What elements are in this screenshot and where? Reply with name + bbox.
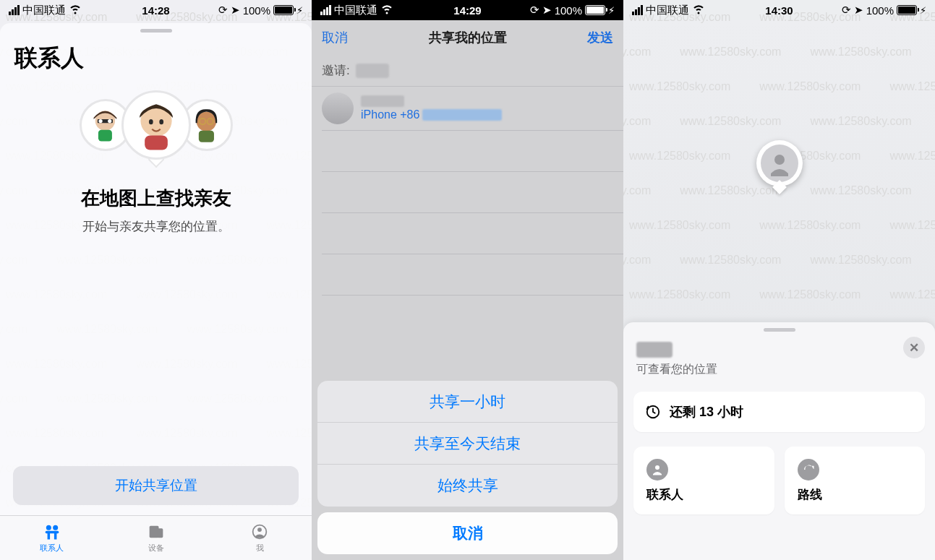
invite-row[interactable]: 邀请:: [312, 55, 623, 87]
charging-icon: ⚡︎: [608, 5, 615, 16]
tab-label: 联系人: [40, 543, 64, 553]
status-time: 14:30: [765, 4, 793, 17]
svg-rect-16: [47, 533, 50, 539]
page-title: 联系人: [0, 33, 312, 79]
location-icon: ➤: [231, 4, 240, 17]
svg-rect-19: [157, 528, 163, 538]
status-carrier: 中国联通: [646, 4, 689, 17]
svg-rect-12: [199, 130, 214, 142]
contact-name-redacted: [361, 95, 404, 107]
battery-icon: [897, 5, 917, 15]
memoji-center: [121, 90, 191, 160]
location-pin[interactable]: [756, 140, 803, 192]
person-circle-icon: [249, 522, 270, 541]
onboard-heading: 在地图上查找亲友: [0, 186, 312, 211]
wifi-icon: [380, 2, 393, 18]
svg-point-22: [774, 155, 785, 165]
tab-label: 设备: [148, 543, 164, 553]
btn-label: 路线: [798, 486, 913, 503]
status-battery-pct: 100%: [866, 4, 894, 17]
duration-action-sheet: 共享一小时 共享至今天结束 始终共享 取消: [317, 381, 618, 554]
person-silhouette-icon: [767, 150, 793, 176]
contact-avatar: [322, 92, 354, 124]
charging-icon: ⚡︎: [920, 5, 926, 16]
contact-phone-prefix: iPhone +86: [361, 108, 419, 121]
invite-name-redacted: [356, 64, 389, 78]
status-time: 14:28: [142, 4, 169, 17]
signal-icon: [320, 5, 331, 15]
svg-rect-15: [45, 531, 59, 534]
wifi-icon: [69, 2, 82, 18]
tab-me[interactable]: 我: [208, 516, 312, 560]
actionsheet-cancel-button[interactable]: 取消: [317, 512, 618, 554]
battery-icon: [585, 5, 605, 15]
memoji-group: [0, 90, 312, 160]
svg-rect-4: [98, 129, 112, 141]
services-icon: ⟳: [530, 4, 539, 17]
start-sharing-button[interactable]: 开始共享位置: [13, 466, 299, 505]
tab-bar: 联系人 设备 我: [0, 515, 312, 560]
svg-point-21: [257, 527, 262, 532]
signal-icon: [632, 5, 643, 15]
onboard-sub: 开始与亲友共享您的位置。: [0, 218, 312, 235]
svg-point-13: [46, 525, 51, 530]
svg-rect-17: [54, 533, 57, 539]
contacts-sheet: 联系人 在地图上查找亲友 开始与亲友共享您的位置。 开始共享位置: [0, 23, 312, 560]
contact-row[interactable]: iPhone +86: [312, 87, 623, 130]
phone-screen-3: www.12580sky.comwww.12580sky.comwww.1258…: [623, 0, 935, 560]
nav-send-button[interactable]: 发送: [587, 29, 613, 46]
time-remaining-card[interactable]: 还剩 13 小时: [633, 392, 925, 432]
contact-name-redacted: [636, 342, 673, 358]
person-icon: [646, 459, 668, 481]
battery-icon: [273, 5, 294, 15]
nav-cancel-button[interactable]: 取消: [322, 29, 348, 46]
tab-contacts[interactable]: 联系人: [0, 516, 104, 560]
share-nav: 取消 共享我的位置 发送: [312, 20, 623, 55]
status-battery-pct: 100%: [555, 4, 582, 17]
status-carrier: 中国联通: [22, 4, 66, 17]
card-subtitle: 可查看您的位置: [636, 362, 935, 377]
contact-detail-card: ✕ 可查看您的位置 还剩 13 小时 联系人 路线: [623, 322, 935, 560]
time-remaining-text: 还剩 13 小时: [670, 403, 743, 421]
svg-point-14: [53, 525, 58, 530]
phone-screen-2: www.12580sky.comwww.12580sky.comwww.1258…: [312, 0, 623, 560]
route-arrow-icon: [798, 459, 819, 481]
phone-screen-1: www.12580sky.comwww.12580sky.comwww.1258…: [0, 0, 312, 560]
nav-title: 共享我的位置: [429, 29, 507, 46]
location-icon: ➤: [854, 4, 863, 17]
people-icon: [42, 522, 62, 541]
devices-icon: [146, 522, 166, 541]
card-grabber[interactable]: [764, 328, 795, 332]
status-carrier: 中国联通: [334, 4, 377, 17]
close-button[interactable]: ✕: [903, 337, 925, 358]
invite-label: 邀请:: [322, 62, 350, 79]
status-time: 14:29: [453, 4, 481, 17]
tab-label: 我: [256, 543, 264, 553]
contact-phone-redacted: [422, 109, 502, 121]
services-icon: ⟳: [842, 4, 851, 17]
svg-point-6: [148, 119, 153, 124]
signal-icon: [9, 5, 20, 15]
location-icon: ➤: [542, 4, 552, 17]
share-end-of-day-button[interactable]: 共享至今天结束: [317, 423, 618, 465]
clock-icon: [645, 404, 661, 420]
status-bar: 中国联通 14:28 ⟳ ➤ 100% ⚡︎: [0, 0, 312, 20]
tab-devices[interactable]: 设备: [104, 516, 208, 560]
btn-label: 联系人: [646, 486, 761, 503]
wifi-icon: [692, 2, 705, 18]
svg-rect-8: [145, 135, 168, 150]
status-bar: 中国联通 14:29 ⟳ ➤ 100% ⚡︎: [312, 0, 623, 20]
svg-point-2: [99, 119, 103, 123]
charging-icon: ⚡︎: [296, 5, 303, 16]
svg-point-24: [655, 465, 659, 470]
svg-point-7: [159, 119, 163, 124]
share-forever-button[interactable]: 始终共享: [317, 465, 618, 507]
share-one-hour-button[interactable]: 共享一小时: [317, 381, 618, 423]
status-bar: 中国联通 14:30 ⟳ ➤ 100% ⚡︎: [623, 0, 935, 20]
svg-point-3: [108, 119, 111, 123]
route-button[interactable]: 路线: [785, 447, 926, 514]
contacts-button[interactable]: 联系人: [633, 447, 774, 514]
services-icon: ⟳: [218, 4, 228, 17]
status-battery-pct: 100%: [243, 4, 270, 17]
